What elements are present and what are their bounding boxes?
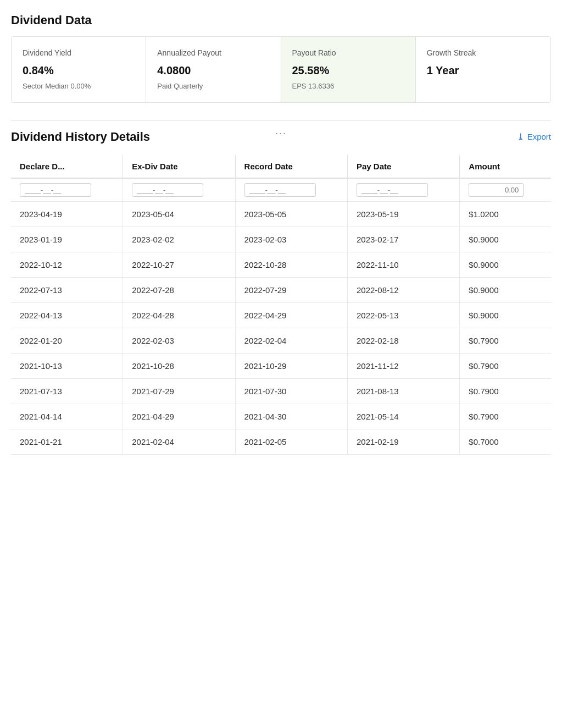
metric-label-payout-ratio: Payout Ratio (292, 48, 404, 59)
history-title-area: Dividend History Details (11, 130, 150, 144)
cell-9-0: 2021-01-21 (11, 429, 123, 454)
cell-7-4: $0.7900 (460, 378, 551, 404)
metric-label-yield: Dividend Yield (23, 48, 135, 59)
cell-4-1: 2022-04-28 (123, 302, 235, 328)
table-row: 2021-01-212021-02-042021-02-052021-02-19… (11, 429, 551, 454)
filter-record-input[interactable] (244, 183, 316, 197)
export-icon: ⤓ (517, 131, 524, 142)
cell-6-3: 2021-11-12 (347, 353, 459, 378)
cell-1-4: $0.9000 (460, 227, 551, 252)
table-row: 2023-01-192023-02-022023-02-032023-02-17… (11, 227, 551, 252)
cell-8-0: 2021-04-14 (11, 404, 123, 429)
dividend-history-table: Declare D... Ex-Div Date Record Date Pay… (11, 155, 551, 455)
metric-card-payout-ratio: Payout Ratio 25.58% EPS 13.6336 (281, 37, 416, 102)
col-header-record: Record Date (235, 155, 347, 178)
cell-4-3: 2022-05-13 (347, 302, 459, 328)
cell-6-0: 2021-10-13 (11, 353, 123, 378)
table-row: 2021-10-132021-10-282021-10-292021-11-12… (11, 353, 551, 378)
metric-sub-payout-ratio: EPS 13.6336 (292, 81, 404, 91)
filter-pay[interactable] (347, 178, 459, 202)
metric-value-payout: 4.0800 (157, 64, 269, 77)
cell-8-1: 2021-04-29 (123, 404, 235, 429)
cell-5-4: $0.7900 (460, 328, 551, 353)
cell-3-1: 2022-07-28 (123, 277, 235, 302)
cell-0-2: 2023-05-05 (235, 201, 347, 227)
export-label: Export (527, 132, 551, 141)
page-title: Dividend Data (11, 13, 551, 27)
cell-0-0: 2023-04-19 (11, 201, 123, 227)
table-row: 2021-04-142021-04-292021-04-302021-05-14… (11, 404, 551, 429)
cell-2-1: 2022-10-27 (123, 252, 235, 277)
ellipsis-menu[interactable]: ... (275, 125, 287, 137)
metric-sub-payout: Paid Quarterly (157, 81, 269, 91)
cell-5-1: 2022-02-03 (123, 328, 235, 353)
filter-declare-input[interactable] (20, 183, 91, 197)
metric-label-payout: Annualized Payout (157, 48, 269, 59)
cell-3-0: 2022-07-13 (11, 277, 123, 302)
cell-3-2: 2022-07-29 (235, 277, 347, 302)
cell-9-1: 2021-02-04 (123, 429, 235, 454)
metric-card-yield: Dividend Yield 0.84% Sector Median 0.00% (12, 37, 146, 102)
cell-4-2: 2022-04-29 (235, 302, 347, 328)
cell-6-1: 2021-10-28 (123, 353, 235, 378)
cell-1-3: 2023-02-17 (347, 227, 459, 252)
cell-4-4: $0.9000 (460, 302, 551, 328)
filter-exdiv-input[interactable] (132, 183, 203, 197)
cell-8-3: 2021-05-14 (347, 404, 459, 429)
cell-9-2: 2021-02-05 (235, 429, 347, 454)
filter-record[interactable] (235, 178, 347, 202)
col-header-declare: Declare D... (11, 155, 123, 178)
table-row: 2021-07-132021-07-292021-07-302021-08-13… (11, 378, 551, 404)
col-header-pay: Pay Date (347, 155, 459, 178)
cell-3-4: $0.9000 (460, 277, 551, 302)
cell-7-0: 2021-07-13 (11, 378, 123, 404)
cell-8-4: $0.7900 (460, 404, 551, 429)
cell-7-2: 2021-07-30 (235, 378, 347, 404)
col-header-exdiv: Ex-Div Date (123, 155, 235, 178)
cell-0-3: 2023-05-19 (347, 201, 459, 227)
metrics-grid: Dividend Yield 0.84% Sector Median 0.00%… (11, 36, 551, 103)
cell-9-3: 2021-02-19 (347, 429, 459, 454)
filter-amount[interactable] (460, 178, 551, 202)
filter-declare[interactable] (11, 178, 123, 202)
table-row: 2022-04-132022-04-282022-04-292022-05-13… (11, 302, 551, 328)
metric-value-payout-ratio: 25.58% (292, 64, 404, 77)
table-header-row: Declare D... Ex-Div Date Record Date Pay… (11, 155, 551, 178)
cell-2-2: 2022-10-28 (235, 252, 347, 277)
cell-6-2: 2021-10-29 (235, 353, 347, 378)
cell-5-3: 2022-02-18 (347, 328, 459, 353)
cell-5-2: 2022-02-04 (235, 328, 347, 353)
filter-row (11, 178, 551, 202)
table-row: 2023-04-192023-05-042023-05-052023-05-19… (11, 201, 551, 227)
metric-label-growth: Growth Streak (427, 48, 539, 59)
col-header-amount: Amount (460, 155, 551, 178)
cell-6-4: $0.7900 (460, 353, 551, 378)
table-row: 2022-01-202022-02-032022-02-042022-02-18… (11, 328, 551, 353)
filter-pay-input[interactable] (357, 183, 428, 197)
metric-card-payout: Annualized Payout 4.0800 Paid Quarterly (146, 37, 281, 102)
cell-4-0: 2022-04-13 (11, 302, 123, 328)
section-divider (11, 120, 551, 121)
export-button[interactable]: ⤓ Export (517, 131, 551, 142)
cell-7-3: 2021-08-13 (347, 378, 459, 404)
history-title: Dividend History Details (11, 130, 150, 144)
cell-3-3: 2022-08-12 (347, 277, 459, 302)
cell-0-1: 2023-05-04 (123, 201, 235, 227)
table-row: 2022-07-132022-07-282022-07-292022-08-12… (11, 277, 551, 302)
filter-amount-input[interactable] (469, 183, 524, 197)
metric-card-growth: Growth Streak 1 Year (416, 37, 550, 102)
table-row: 2022-10-122022-10-272022-10-282022-11-10… (11, 252, 551, 277)
metric-sub-yield: Sector Median 0.00% (23, 81, 135, 91)
cell-1-2: 2023-02-03 (235, 227, 347, 252)
cell-7-1: 2021-07-29 (123, 378, 235, 404)
page-container: Dividend Data Dividend Yield 0.84% Secto… (0, 0, 562, 468)
cell-2-4: $0.9000 (460, 252, 551, 277)
cell-2-3: 2022-11-10 (347, 252, 459, 277)
cell-0-4: $1.0200 (460, 201, 551, 227)
cell-5-0: 2022-01-20 (11, 328, 123, 353)
cell-2-0: 2022-10-12 (11, 252, 123, 277)
history-header: Dividend History Details ... ⤓ Export (11, 130, 551, 144)
filter-exdiv[interactable] (123, 178, 235, 202)
cell-8-2: 2021-04-30 (235, 404, 347, 429)
metric-value-yield: 0.84% (23, 64, 135, 77)
